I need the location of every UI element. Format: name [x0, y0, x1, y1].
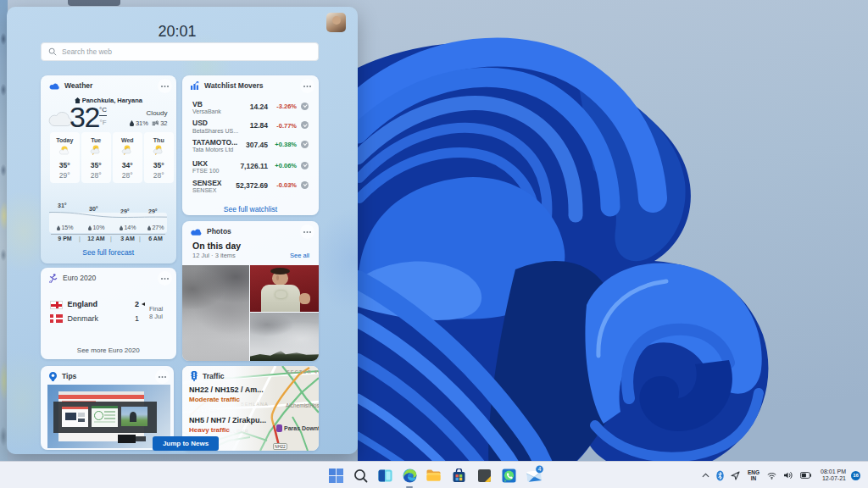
svg-text:4: 4 [538, 466, 542, 472]
svg-text:SECTOR 4O: SECTOR 4O [287, 369, 319, 374]
svg-text:AlchemistHos: AlchemistHos [286, 402, 319, 408]
